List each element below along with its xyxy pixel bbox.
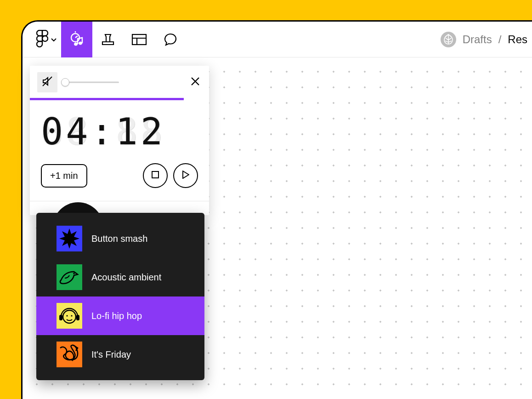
playlist-item-label: It's Friday <box>91 349 131 360</box>
svg-point-6 <box>73 273 75 274</box>
timer-music-tool[interactable] <box>61 22 92 57</box>
thumb-bird-icon <box>57 264 82 290</box>
playlist-item-label: Acoustic ambient <box>91 272 161 283</box>
timer-display: 88:88 04:12 <box>30 100 209 158</box>
table-tool[interactable] <box>124 22 155 57</box>
playlist-item-acoustic-ambient[interactable]: Acoustic ambient <box>36 258 204 296</box>
close-button[interactable] <box>189 76 202 89</box>
timer-music-icon <box>68 31 85 48</box>
svg-point-12 <box>71 315 72 316</box>
figma-menu[interactable] <box>29 22 61 57</box>
breadcrumb-location[interactable]: Drafts <box>463 33 492 46</box>
svg-point-0 <box>42 36 48 41</box>
playlist-menu: Button smash Acoustic ambient <box>36 213 204 380</box>
breadcrumb-separator: / <box>498 33 502 46</box>
play-icon <box>182 171 189 181</box>
playlist-item-label: Lo-fi hip hop <box>91 311 142 321</box>
breadcrumb-current[interactable]: Res <box>508 33 527 46</box>
mute-toggle[interactable] <box>37 72 57 92</box>
playlist-item-label: Button smash <box>91 234 147 244</box>
avatar[interactable] <box>441 32 456 47</box>
stop-button[interactable] <box>143 163 168 188</box>
svg-rect-2 <box>132 34 146 45</box>
chevron-down-icon <box>51 35 57 44</box>
svg-point-11 <box>66 315 68 316</box>
play-button[interactable] <box>173 163 198 188</box>
svg-rect-3 <box>152 171 158 178</box>
thumb-squiggle-icon <box>57 342 82 367</box>
avatar-leaf-icon <box>442 34 454 46</box>
svg-rect-9 <box>59 315 62 320</box>
slider-track <box>62 82 119 83</box>
breadcrumb: Drafts / Res <box>441 32 527 47</box>
stamp-tool[interactable] <box>92 22 124 57</box>
figma-logo-icon <box>36 30 48 49</box>
add-minute-button[interactable]: +1 min <box>41 164 87 188</box>
add-minute-label: +1 min <box>50 171 78 181</box>
timer-panel: 88:88 04:12 +1 min <box>30 66 209 215</box>
svg-rect-10 <box>76 315 79 320</box>
playlist-item-its-friday[interactable]: It's Friday <box>36 335 204 374</box>
thumb-burst-icon <box>57 226 82 251</box>
playlist-item-button-smash[interactable]: Button smash <box>36 219 204 258</box>
playlist-item-lofi-hip-hop[interactable]: Lo-fi hip hop <box>36 296 204 335</box>
svg-rect-13 <box>57 342 82 367</box>
speaker-muted-icon <box>41 75 53 89</box>
comment-tool[interactable] <box>155 22 186 57</box>
svg-rect-5 <box>57 264 82 290</box>
table-icon <box>131 34 147 46</box>
stamp-icon <box>101 33 115 46</box>
volume-slider[interactable] <box>62 79 119 86</box>
close-icon <box>190 76 200 88</box>
thumb-headphones-icon <box>57 303 82 329</box>
stop-icon <box>152 171 159 180</box>
comment-icon <box>164 33 177 46</box>
slider-thumb[interactable] <box>61 78 69 86</box>
toolbar: Drafts / Res <box>23 22 532 57</box>
timer-value: 04:12 <box>41 110 165 153</box>
app-window: Drafts / Res <box>21 20 532 399</box>
